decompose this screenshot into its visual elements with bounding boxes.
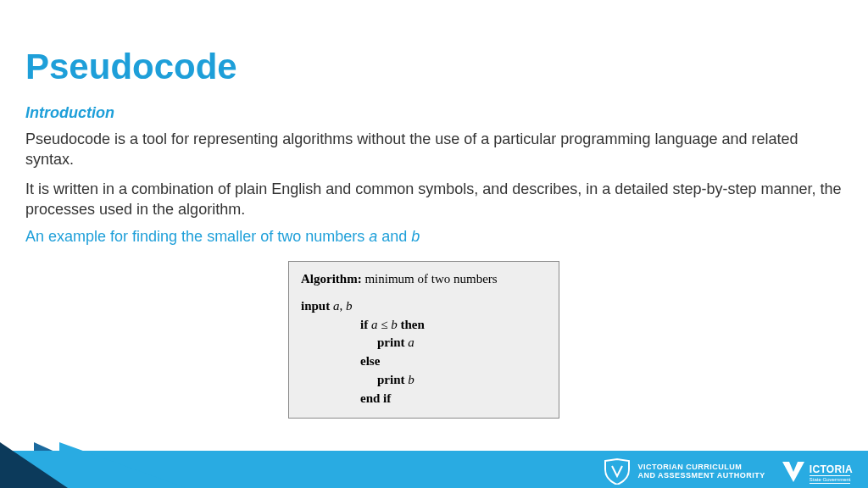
example-prefix: An example for finding the smaller of tw… bbox=[25, 228, 369, 245]
example-var-a: a bbox=[369, 228, 377, 245]
victoria-triangle-icon bbox=[781, 458, 806, 484]
print-b-keyword: print bbox=[377, 373, 408, 386]
algorithm-if-line: if a ≤ b then bbox=[301, 316, 547, 335]
footer-angle-dark bbox=[0, 442, 68, 488]
algorithm-else-line: else bbox=[301, 352, 547, 371]
footer-logos: VICTORIAN CURRICULUM AND ASSESSMENT AUTH… bbox=[604, 458, 853, 485]
input-keyword: input bbox=[301, 299, 333, 313]
algorithm-print-a-line: print a bbox=[301, 334, 547, 352]
algorithm-box: Algorithm: minimum of two numbers input … bbox=[288, 261, 559, 419]
slide: Pseudocode Introduction Pseudocode is a … bbox=[0, 0, 868, 488]
cond-op: ≤ bbox=[377, 318, 391, 331]
else-keyword: else bbox=[360, 354, 380, 368]
algorithm-title-line: Algorithm: minimum of two numbers bbox=[301, 270, 547, 289]
print-a-var: a bbox=[408, 336, 415, 349]
algorithm-print-b-line: print b bbox=[301, 371, 547, 390]
victoria-subtext: State Government bbox=[810, 475, 851, 484]
paragraph-1: Pseudocode is a tool for representing al… bbox=[25, 129, 843, 170]
vcaa-line2: AND ASSESSMENT AUTHORITY bbox=[637, 471, 765, 480]
paragraph-2: It is written in a combination of plain … bbox=[25, 179, 843, 220]
algorithm-name: minimum of two numbers bbox=[362, 272, 498, 286]
print-a-keyword: print bbox=[377, 336, 408, 349]
print-b-var: b bbox=[408, 373, 415, 386]
endif-keyword: end if bbox=[360, 391, 391, 405]
section-subtitle: Introduction bbox=[25, 104, 843, 122]
algorithm-input-line: input a, b bbox=[301, 297, 547, 316]
shield-icon bbox=[604, 458, 631, 485]
input-var-b: b bbox=[346, 299, 353, 313]
victoria-logo: ICTORIA State Government bbox=[781, 458, 853, 484]
vcaa-text: VICTORIAN CURRICULUM AND ASSESSMENT AUTH… bbox=[637, 463, 765, 480]
if-keyword: if bbox=[360, 318, 371, 331]
victoria-text: ICTORIA bbox=[810, 464, 853, 474]
algorithm-label: Algorithm: bbox=[301, 272, 362, 286]
cond-b: b bbox=[391, 318, 398, 331]
example-and: and bbox=[377, 228, 411, 245]
then-keyword: then bbox=[398, 318, 425, 331]
example-var-b: b bbox=[411, 228, 420, 245]
page-title: Pseudocode bbox=[25, 47, 843, 87]
footer: VICTORIAN CURRICULUM AND ASSESSMENT AUTH… bbox=[0, 442, 868, 488]
vcaa-line1: VICTORIAN CURRICULUM bbox=[637, 463, 765, 471]
input-comma: , bbox=[339, 299, 346, 313]
algorithm-endif-line: end if bbox=[301, 390, 547, 408]
vcaa-logo: VICTORIAN CURRICULUM AND ASSESSMENT AUTH… bbox=[604, 458, 765, 485]
example-intro: An example for finding the smaller of tw… bbox=[25, 228, 843, 246]
victoria-text-wrap: ICTORIA State Government bbox=[810, 464, 853, 484]
